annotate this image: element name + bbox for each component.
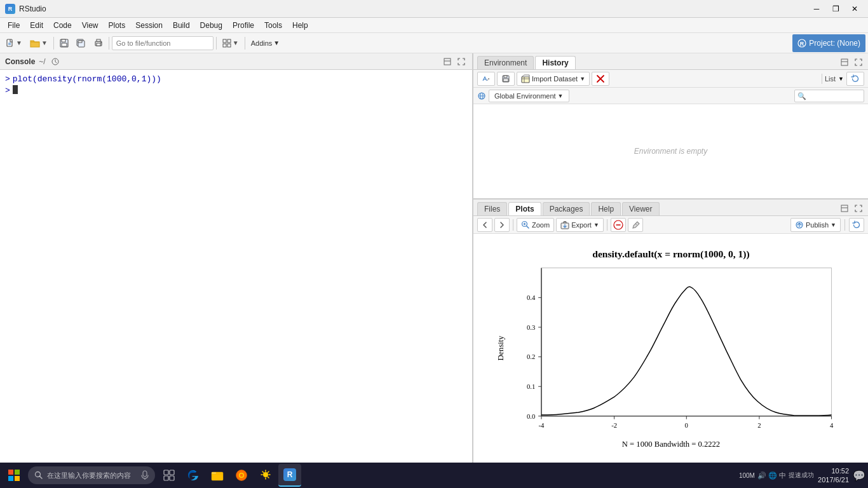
taskbar-search[interactable]: 在这里输入你要搜索的内容 (28, 466, 155, 484)
console-body[interactable]: > plot(density(rnorm(1000,0,1))) > (0, 70, 472, 463)
plots-tab-bar: Files Plots Packages Help Viewer (473, 200, 868, 216)
goto-input[interactable] (112, 36, 214, 50)
tab-environment[interactable]: Environment (477, 56, 534, 69)
plots-panel: Files Plots Packages Help Viewer (473, 200, 868, 463)
rstudio-taskbar-app[interactable]: R (278, 464, 301, 487)
microphone-icon (141, 470, 149, 480)
list-label: List (825, 75, 836, 83)
console-go-to-dir[interactable] (50, 56, 61, 67)
tab-history[interactable]: History (535, 56, 575, 69)
plots-refresh-button[interactable] (849, 218, 864, 232)
taskbar-right: 100M 🔊 🌐 中 提速成功 10:52 2017/6/21 💬 (739, 466, 865, 485)
toolbar: ▼ ▼ ▼ Addins ▼ R Project: (None) (0, 33, 868, 53)
zoom-button[interactable]: Zoom (517, 218, 554, 232)
menu-help[interactable]: Help (287, 20, 313, 31)
taskbar: 在这里输入你要搜索的内容 R 100M 🔊 🌐 中 提速成功 10:52 (0, 463, 868, 488)
svg-line-97 (262, 471, 264, 473)
svg-rect-20 (444, 58, 451, 65)
refresh-button[interactable] (846, 72, 864, 86)
svg-rect-10 (97, 43, 100, 46)
start-button[interactable] (3, 464, 25, 487)
plots-panel-minimize[interactable] (839, 203, 850, 214)
env-toolbar: Import Dataset ▼ List ▼ (473, 70, 868, 88)
save-button[interactable] (57, 36, 72, 51)
export-button[interactable]: Export ▼ (556, 218, 604, 232)
save-all-button[interactable] (73, 36, 90, 51)
svg-rect-22 (841, 59, 848, 65)
svg-line-40 (527, 226, 529, 228)
svg-text:N = 1000   Bandwidth = 0.2222: N = 1000 Bandwidth = 0.2222 (621, 440, 719, 449)
svg-line-98 (268, 477, 269, 478)
svg-rect-37 (841, 205, 848, 212)
minimize-button[interactable]: ─ (808, 3, 825, 15)
svg-rect-28 (522, 77, 529, 83)
env-global-bar: Global Environment ▼ (473, 88, 868, 104)
env-tab-bar: Environment History (473, 53, 868, 70)
svg-rect-75 (8, 470, 13, 475)
svg-point-12 (100, 42, 102, 43)
print-button[interactable] (91, 36, 106, 51)
global-environment-dropdown[interactable]: Global Environment ▼ (489, 90, 569, 102)
project-selector[interactable]: R Project: (None) (792, 34, 865, 52)
search-icon (34, 471, 43, 480)
menu-build[interactable]: Build (168, 20, 195, 31)
maximize-button[interactable]: ❐ (827, 3, 844, 15)
menu-file[interactable]: File (3, 20, 25, 31)
menu-tools[interactable]: Tools (259, 20, 287, 31)
publish-label: Publish (806, 221, 829, 229)
console-line-2: > (5, 85, 467, 97)
plots-toolbar: Zoom Export ▼ Publish (473, 216, 868, 234)
open-file-button[interactable]: ▼ (27, 36, 51, 51)
svg-text:-2: -2 (611, 421, 617, 429)
action-center-button[interactable]: 💬 (853, 470, 865, 482)
publish-button[interactable]: Publish ▼ (790, 218, 841, 232)
broom-button[interactable] (628, 218, 643, 232)
app-title: RStudio (19, 4, 808, 13)
import-dataset-button[interactable]: Import Dataset ▼ (517, 72, 590, 86)
svg-rect-88 (212, 472, 216, 474)
addins-button[interactable]: Addins ▼ (248, 36, 283, 51)
plots-panel-maximize[interactable] (853, 203, 864, 214)
task-view-button[interactable] (158, 464, 180, 487)
env-panel-maximize[interactable] (853, 57, 864, 68)
delete-plot-button[interactable] (611, 218, 626, 232)
tab-files[interactable]: Files (477, 202, 507, 215)
svg-rect-11 (97, 39, 100, 41)
svg-rect-26 (504, 76, 507, 78)
weather-app[interactable] (254, 464, 277, 487)
explorer-app[interactable] (206, 464, 229, 487)
menu-plots[interactable]: Plots (104, 20, 131, 31)
svg-text:-4: -4 (538, 421, 545, 429)
console-prompt-1: > (5, 74, 10, 85)
new-file-button[interactable]: ▼ (3, 36, 25, 51)
browser-app[interactable] (230, 464, 253, 487)
menu-debug[interactable]: Debug (195, 20, 227, 31)
svg-rect-4 (62, 39, 65, 42)
clear-workspace-button[interactable] (592, 72, 609, 86)
edge-app[interactable] (182, 464, 205, 487)
tab-plots[interactable]: Plots (508, 202, 541, 215)
taskbar-clock: 10:52 2017/6/21 (818, 466, 849, 485)
console-fullscreen-button[interactable] (456, 56, 467, 67)
menu-view[interactable]: View (77, 20, 104, 31)
menu-edit[interactable]: Edit (25, 20, 48, 31)
env-panel-minimize[interactable] (839, 57, 850, 68)
env-search-input[interactable] (794, 90, 864, 102)
tab-packages[interactable]: Packages (543, 202, 590, 215)
close-button[interactable]: ✕ (846, 3, 863, 15)
window-controls: ─ ❐ ✕ (808, 3, 863, 15)
right-panel: Environment History (473, 53, 868, 463)
menu-profile[interactable]: Profile (227, 20, 259, 31)
menu-code[interactable]: Code (48, 20, 77, 31)
grid-view-button[interactable]: ▼ (219, 36, 242, 51)
save-workspace-button[interactable] (497, 72, 515, 86)
tab-help[interactable]: Help (591, 202, 621, 215)
menu-session[interactable]: Session (130, 20, 168, 31)
console-line-1: > plot(density(rnorm(1000,0,1))) (5, 74, 467, 85)
console-maximize-button[interactable] (442, 56, 453, 67)
plot-forward-button[interactable] (494, 218, 510, 232)
svg-rect-81 (143, 471, 147, 477)
tab-viewer[interactable]: Viewer (622, 202, 659, 215)
load-workspace-button[interactable] (477, 72, 495, 86)
plot-back-button[interactable] (477, 218, 492, 232)
